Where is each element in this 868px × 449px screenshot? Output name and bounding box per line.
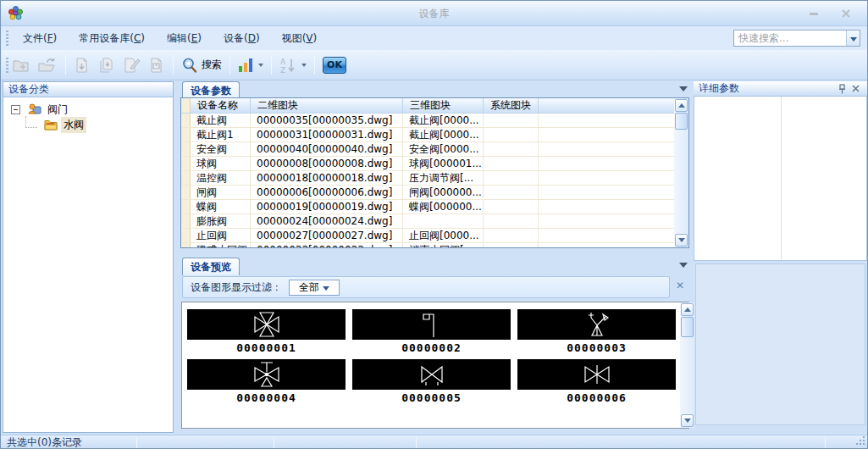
menu-item-d[interactable]: 设备(D): [213, 27, 271, 50]
menu-item-f[interactable]: 文件(F): [12, 27, 68, 50]
menu-item-c[interactable]: 常用设备库(C): [68, 27, 156, 50]
device-category-panel: 设备分类 阀门: [3, 81, 174, 433]
four-way-valve-icon[interactable]: [187, 309, 346, 340]
import-multi-button[interactable]: [94, 54, 119, 76]
table-cell: 碟式止回阀: [191, 243, 251, 247]
table-row[interactable]: 安全阀00000040[00000040.dwg]安全阀[0000...: [181, 142, 674, 157]
preview-item[interactable]: 00000001: [187, 309, 346, 355]
resize-grip[interactable]: [855, 435, 865, 448]
open-folder-button[interactable]: [34, 54, 61, 76]
table-cell: [484, 142, 539, 156]
device-category-header: 设备分类: [3, 82, 173, 97]
tree-node-label[interactable]: 阀门: [45, 102, 70, 118]
menu-drag-handle[interactable]: [6, 30, 8, 46]
table-row[interactable]: 球阀00000008[00000008.dwg]球阀[000001...: [181, 157, 674, 171]
three-way-valve-icon[interactable]: [187, 359, 346, 390]
preview-item-label: 00000003: [517, 341, 676, 355]
minimize-button[interactable]: [804, 6, 823, 20]
table-cell: [539, 114, 674, 127]
preview-panel-menu-button[interactable]: [679, 263, 688, 268]
property-grid-divider[interactable]: [781, 97, 782, 260]
table-cell: 闸阀: [191, 186, 251, 199]
toolbar-separator: [271, 56, 272, 75]
safety-valve-icon[interactable]: [517, 309, 676, 340]
preview-item[interactable]: 00000003: [517, 309, 676, 355]
chevron-down-icon: [258, 64, 263, 67]
detail-description-area: [695, 263, 865, 425]
table-row[interactable]: 膨胀阀00000024[00000024.dwg]: [181, 214, 674, 229]
table-row[interactable]: 止回阀00000027[00000027.dwg]止回阀[0000...: [181, 229, 674, 243]
table-row[interactable]: 温控阀00000018[00000018.dwg]压力调节阀[...: [181, 171, 674, 186]
flag-valve-icon[interactable]: [352, 309, 511, 340]
table-cell: 压力调节阀[...: [403, 171, 484, 185]
table-cell: [484, 157, 539, 170]
table-cell: 00000018[00000018.dwg]: [251, 171, 403, 185]
table-cell: [484, 186, 539, 199]
crossed-gate-valve-icon[interactable]: [352, 359, 511, 390]
chart-view-button[interactable]: [235, 54, 267, 76]
filter-combo[interactable]: 全部: [289, 280, 340, 296]
table-cell: 安全阀[0000...: [403, 142, 484, 156]
tree-node-water-valve[interactable]: 水阀: [3, 117, 173, 132]
menu-item-e[interactable]: 编辑(E): [156, 27, 213, 50]
column-header-sys-block[interactable]: 系统图块: [484, 98, 539, 113]
detail-params-title: 详细参数: [699, 81, 739, 96]
table-row[interactable]: 截止阀100000031[00000031.dwg]截止阀[0000...: [181, 128, 674, 142]
table-cell: [484, 214, 539, 228]
column-header-name[interactable]: 设备名称: [191, 98, 251, 113]
scroll-up-button[interactable]: [681, 303, 694, 316]
collapse-icon[interactable]: [11, 105, 20, 114]
tree-node-label[interactable]: 水阀: [61, 117, 86, 133]
sort-button[interactable]: A Z: [276, 54, 310, 76]
params-panel-menu-button[interactable]: [679, 86, 688, 91]
table-row[interactable]: 截止阀00000035[00000035.dwg]截止阀[0000...: [181, 114, 674, 128]
preview-item[interactable]: 00000004: [187, 359, 346, 405]
arrow-down-icon: [678, 238, 685, 242]
column-header-3d-block[interactable]: 三维图块: [403, 98, 484, 113]
quick-search-box[interactable]: 快速搜索...: [733, 30, 860, 47]
arrow-up-icon: [678, 103, 685, 108]
table-cell: [181, 214, 191, 228]
scroll-up-button[interactable]: [675, 99, 688, 112]
save-block-button[interactable]: [145, 54, 169, 76]
preview-item[interactable]: 00000005: [352, 359, 511, 405]
chevron-down-icon: [679, 86, 688, 91]
quick-search-dropdown[interactable]: [846, 30, 860, 46]
preview-vertical-scrollbar[interactable]: [680, 302, 694, 428]
preview-item-label: 00000001: [187, 341, 346, 355]
edit-block-button[interactable]: [119, 54, 145, 76]
tab-device-preview[interactable]: 设备预览: [182, 258, 240, 275]
table-row[interactable]: 闸阀00000006[00000006.dwg]闸阀[000000...: [181, 186, 674, 200]
table-vertical-scrollbar[interactable]: [674, 98, 688, 247]
quick-search-placeholder[interactable]: 快速搜索...: [734, 31, 846, 46]
ok-button[interactable]: OK: [323, 57, 346, 74]
table-row[interactable]: 蝶阀00000019[00000019.dwg]蝶阀[000000...: [181, 200, 674, 214]
scrollbar-thumb[interactable]: [681, 317, 694, 337]
table-row[interactable]: 碟式止回阀00000033[00000033.dwg]消声止回阀[: [181, 243, 674, 247]
table-main: 设备名称 二维图块 三维图块 系统图块 截止阀00000035[00000035…: [181, 98, 674, 247]
search-button[interactable]: 搜索: [178, 54, 225, 76]
tab-device-params[interactable]: 设备参数: [182, 81, 240, 99]
pin-button[interactable]: [835, 83, 849, 95]
page-save-icon: [148, 57, 165, 74]
search-button-label: 搜索: [202, 58, 222, 72]
new-folder-button[interactable]: [8, 54, 34, 76]
import-block-button[interactable]: [70, 54, 94, 76]
preview-item[interactable]: 00000002: [352, 309, 511, 355]
scrollbar-thumb[interactable]: [675, 113, 688, 130]
table-cell: 00000019[00000019.dwg]: [251, 200, 403, 213]
scroll-down-button[interactable]: [681, 414, 694, 427]
gate-valve-icon[interactable]: [517, 359, 676, 390]
status-divider: [136, 437, 137, 448]
preview-item[interactable]: 00000006: [517, 359, 676, 405]
scroll-down-button[interactable]: [675, 234, 688, 247]
status-bar: 共选中(0)条记录: [1, 435, 867, 449]
close-button[interactable]: [837, 6, 855, 20]
preview-close-button[interactable]: ✕: [673, 279, 687, 292]
column-header-2d-block[interactable]: 二维图块: [251, 98, 403, 113]
menu-item-v[interactable]: 视图(V): [271, 27, 329, 50]
panel-close-button[interactable]: [849, 83, 862, 95]
table-cell: [539, 186, 674, 199]
tree-node-valve[interactable]: 阀门: [3, 102, 173, 117]
table-cell: 截止阀[0000...: [403, 128, 484, 141]
